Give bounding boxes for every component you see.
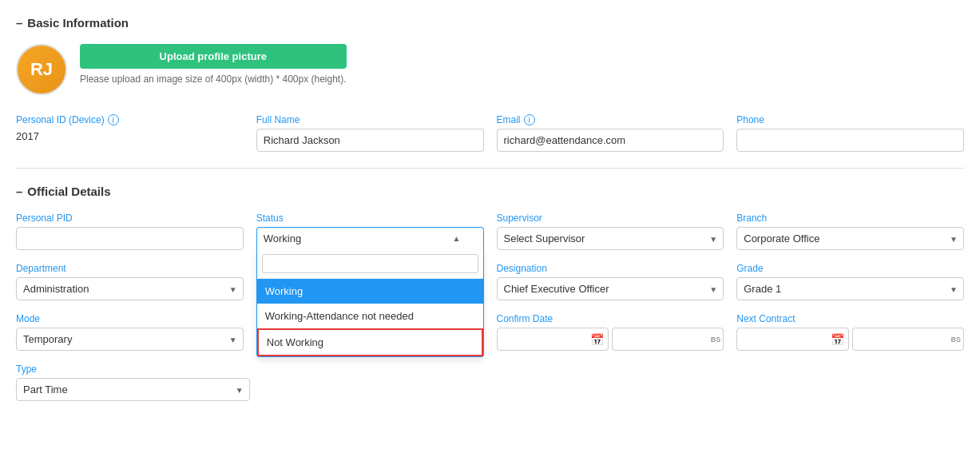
official-details-section: Official Details Personal PID Status Wor… [16,185,964,401]
section-divider [16,168,964,169]
status-dropdown-container: Working ▲ Working Working-Attendance not… [256,227,484,249]
status-selected-value: Working [264,232,301,244]
personal-id-label: Personal ID (Device) i [16,114,244,125]
status-dropdown-search [257,249,483,279]
official-details-title: Official Details [16,185,964,198]
branch-select-wrapper: Corporate Office ▼ [736,227,964,250]
next-contract-input-wrapper-2: BS [852,328,964,351]
official-details-row4: Type Part Time ▼ [16,364,964,401]
avatar: RJ [16,44,67,95]
next-contract-input-1[interactable] [736,328,848,351]
upload-hint: Please upload an image size of 400px (wi… [80,74,347,85]
grade-label: Grade [736,263,964,274]
personal-pid-group: Personal PID [16,213,244,250]
full-name-label: Full Name [256,114,484,125]
personal-id-value: 2017 [16,129,244,144]
confirm-date-group: Confirm Date 📅 BS [497,313,724,351]
status-label: Status [256,213,484,224]
phone-label: Phone [736,114,964,125]
email-input[interactable] [497,129,724,152]
supervisor-select[interactable]: Select Supervisor [497,227,724,250]
type-group: Type Part Time ▼ [16,364,250,401]
basic-info-title: Basic Information [16,16,964,30]
status-dropdown-open: Working Working-Attendance not needed No… [256,249,484,357]
branch-select[interactable]: Corporate Office [736,227,964,250]
email-info-icon[interactable]: i [524,114,535,125]
upload-area: Upload profile picture Please upload an … [80,44,347,85]
supervisor-group: Supervisor Select Supervisor ▼ [497,213,724,250]
official-details-row2: Department Administration ▼ Designation … [16,263,964,300]
basic-info-row: RJ Upload profile picture Please upload … [16,44,964,95]
type-row-spacer [263,364,964,401]
bs-badge-next: BS [950,336,961,344]
status-group: Status Working ▲ Working Working-Attenda… [256,213,484,250]
designation-label: Designation [497,263,724,274]
mode-select[interactable]: Temporary [16,328,244,351]
status-option-working[interactable]: Working [257,279,483,304]
phone-input[interactable] [736,129,964,152]
mode-label: Mode [16,313,244,324]
next-contract-fields: 📅 BS [736,328,964,351]
confirm-date-input-1[interactable] [497,328,609,351]
official-details-row3: Mode Temporary ▼ Confirm Date 📅 BS [16,313,964,351]
department-label: Department [16,263,244,274]
confirm-date-fields: 📅 BS [497,328,724,351]
grade-group: Grade Grade 1 ▼ [736,263,964,300]
branch-group: Branch Corporate Office ▼ [736,213,964,250]
grade-select-wrapper: Grade 1 ▼ [736,277,964,300]
email-label: Email i [497,114,724,125]
branch-label: Branch [736,213,964,224]
status-option-not-working[interactable]: Not Working [257,328,483,356]
department-select[interactable]: Administration [16,277,244,300]
personal-pid-input[interactable] [16,227,244,250]
confirm-date-input-wrapper-1: 📅 [497,328,609,351]
full-name-group: Full Name [256,114,484,152]
grade-select[interactable]: Grade 1 [736,277,964,300]
personal-pid-label: Personal PID [16,213,244,224]
official-details-row1: Personal PID Status Working ▲ Working Wo… [16,213,964,250]
designation-select-wrapper: Chief Executive Officer ▼ [497,277,724,300]
department-select-wrapper: Administration ▼ [16,277,244,300]
designation-group: Designation Chief Executive Officer ▼ [497,263,724,300]
status-select-display[interactable]: Working ▲ [256,227,484,249]
basic-fields-row: Personal ID (Device) i 2017 Full Name Em… [16,114,964,152]
next-contract-input-wrapper-1: 📅 [736,328,848,351]
status-search-input[interactable] [262,254,478,273]
mode-group: Mode Temporary ▼ [16,313,244,351]
personal-id-group: Personal ID (Device) i 2017 [16,114,244,152]
mode-select-wrapper: Temporary ▼ [16,328,244,351]
bs-badge-confirm: BS [711,336,721,344]
supervisor-label: Supervisor [497,213,724,224]
confirm-date-input-wrapper-2: BS [612,328,724,351]
confirm-date-input-2[interactable] [612,328,724,351]
supervisor-select-wrapper: Select Supervisor ▼ [497,227,724,250]
basic-info-section: Basic Information RJ Upload profile pict… [16,16,964,152]
upload-profile-button[interactable]: Upload profile picture [80,44,347,69]
next-contract-label: Next Contract [736,313,964,324]
designation-select[interactable]: Chief Executive Officer [497,277,724,300]
status-arrow-up-icon: ▲ [453,234,461,243]
type-select[interactable]: Part Time [16,378,250,401]
phone-group: Phone [736,114,964,152]
email-group: Email i [497,114,724,152]
personal-id-info-icon[interactable]: i [108,114,119,125]
type-select-wrapper: Part Time ▼ [16,378,250,401]
confirm-date-label: Confirm Date [497,313,724,324]
next-contract-group: Next Contract 📅 BS [736,313,964,351]
next-contract-input-2[interactable] [852,328,964,351]
type-label: Type [16,364,250,375]
status-option-working-no-attendance[interactable]: Working-Attendance not needed [257,304,483,328]
full-name-input[interactable] [256,129,484,152]
department-group: Department Administration ▼ [16,263,244,300]
